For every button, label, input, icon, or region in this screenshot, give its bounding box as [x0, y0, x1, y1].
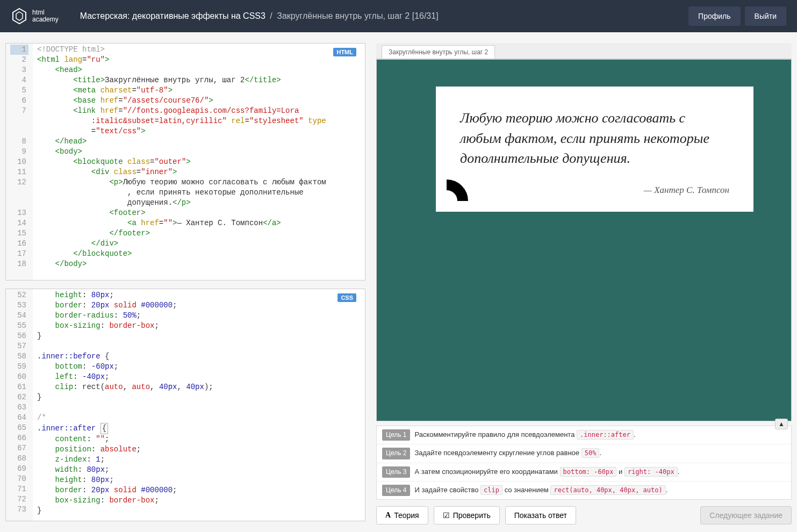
breadcrumb-current: Закруглённые внутрь углы, шаг 2 [16/31]: [277, 11, 438, 20]
goal-code: right: -40px: [624, 467, 678, 477]
bottom-toolbar: A Теория ☑ Проверить Показать ответ След…: [376, 500, 792, 527]
logo[interactable]: html academy: [11, 8, 59, 25]
goal-text: А затем спозиционируйте его координатами…: [414, 466, 786, 478]
goal-badge: Цель 4: [382, 485, 410, 496]
font-icon: A: [385, 511, 391, 520]
quote-text: Любую теорию можно согласовать с любым ф…: [460, 108, 729, 169]
goals-panel: ▲ Цель 1Раскомментируйте правило для псе…: [376, 426, 792, 500]
svg-marker-1: [16, 12, 23, 20]
quote-author: — Хантер С. Томпсон: [460, 185, 729, 196]
goal-row: Цель 1Раскомментируйте правило для псевд…: [377, 426, 791, 444]
html-editor[interactable]: HTML 1234567 89101112 131415161718 <!DOC…: [5, 43, 365, 281]
logo-text: html academy: [32, 9, 59, 23]
goal-text: И задайте свойство clip со значением rec…: [414, 485, 786, 496]
goal-code: .inner::after: [577, 430, 634, 440]
corner-decoration: [425, 179, 468, 222]
next-task-button[interactable]: Следующее задание: [700, 506, 792, 524]
goal-text: Задайте псевдоэлементу скругление углов …: [414, 448, 786, 459]
check-button[interactable]: ☑ Проверить: [434, 506, 500, 524]
preview-frame: Любую теорию можно согласовать с любым ф…: [376, 59, 792, 421]
logo-icon: [11, 8, 28, 25]
goal-code: rect(auto, 40px, 40px, auto): [550, 485, 665, 495]
goal-code: 50%: [581, 448, 600, 458]
breadcrumb: Мастерская: декоративные эффекты на CSS3…: [80, 11, 684, 21]
preview-tabs: Закруглённые внутрь углы, шаг 2: [376, 43, 792, 59]
css-code[interactable]: height: 80px; border: 20px solid #000000…: [33, 289, 365, 521]
chevron-up-icon: ▲: [778, 420, 785, 428]
html-gutter: 1234567 89101112 131415161718: [6, 44, 33, 280]
check-icon: ☑: [443, 511, 450, 520]
css-gutter: 5253545556575859606162636465666768697071…: [6, 289, 33, 521]
css-badge: CSS: [338, 293, 356, 302]
goal-row: Цель 3А затем спозиционируйте его коорди…: [377, 463, 791, 481]
breadcrumb-main[interactable]: Мастерская: декоративные эффекты на CSS3: [80, 11, 265, 20]
goals-toggle-button[interactable]: ▲: [775, 419, 788, 429]
html-code[interactable]: <!DOCTYPE html><html lang="ru"> <head> <…: [33, 44, 365, 280]
quote-card: Любую теорию можно согласовать с любым ф…: [436, 87, 753, 212]
css-editor[interactable]: CSS 525354555657585960616263646566676869…: [5, 289, 365, 521]
theory-button[interactable]: A Теория: [376, 506, 428, 524]
editors-column: HTML 1234567 89101112 131415161718 <!DOC…: [0, 32, 365, 532]
goal-code: clip: [480, 485, 502, 495]
preview-column: Закруглённые внутрь углы, шаг 2 Любую те…: [365, 32, 797, 532]
goal-badge: Цель 3: [382, 466, 410, 478]
goal-row: Цель 2Задайте псевдоэлементу скругление …: [377, 444, 791, 463]
html-badge: HTML: [333, 48, 356, 56]
profile-button[interactable]: Профиль: [688, 6, 740, 26]
show-answer-button[interactable]: Показать ответ: [505, 506, 576, 524]
goal-badge: Цель 1: [382, 429, 410, 441]
goal-row: Цель 4И задайте свойство clip со значени…: [377, 481, 791, 499]
goal-badge: Цель 2: [382, 448, 410, 459]
goal-text: Раскомментируйте правило для псевдоэлеме…: [414, 429, 786, 441]
goal-code: bottom: -60px: [560, 467, 617, 477]
main-content: HTML 1234567 89101112 131415161718 <!DOC…: [0, 32, 797, 532]
logout-button[interactable]: Выйти: [745, 6, 786, 26]
svg-marker-0: [13, 9, 26, 24]
preview-tab[interactable]: Закруглённые внутрь углы, шаг 2: [382, 45, 495, 59]
app-header: html academy Мастерская: декоративные эф…: [0, 0, 797, 32]
